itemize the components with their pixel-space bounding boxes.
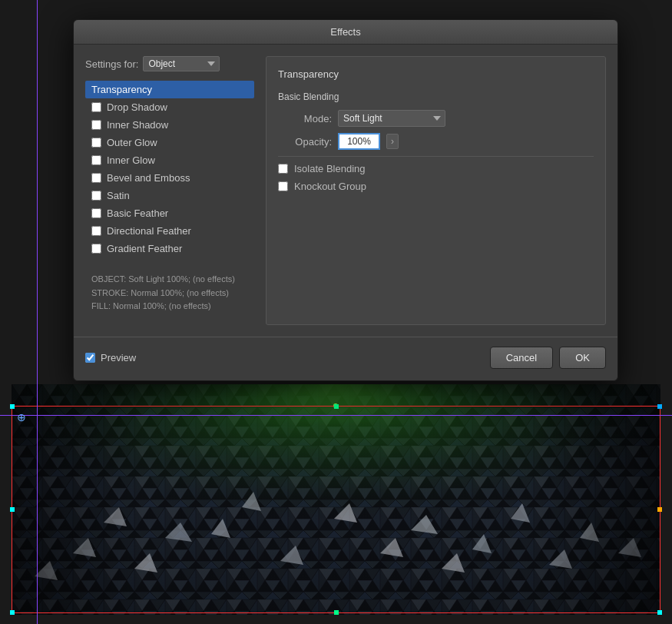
opacity-row: Opacity: › [278, 133, 594, 150]
effect-label-outer-glow: Outer Glow [107, 137, 157, 148]
effect-checkbox-basic-feather[interactable] [91, 208, 101, 218]
preview-label: Preview [101, 352, 136, 363]
status-text-block: OBJECT: Soft Light 100%; (no effects) ST… [85, 273, 254, 314]
svg-rect-31 [12, 384, 660, 615]
geometric-pattern-svg [12, 384, 660, 615]
effect-checkbox-drop-shadow[interactable] [91, 102, 101, 112]
effect-checkbox-directional-feather[interactable] [91, 226, 101, 236]
effect-item-drop-shadow[interactable]: Drop Shadow [85, 98, 254, 116]
opacity-input[interactable] [338, 133, 380, 150]
dialog-title: Effects [330, 26, 361, 38]
effect-checkbox-inner-shadow[interactable] [91, 120, 101, 130]
status-stroke-line: STROKE: Normal 100%; (no effects) [91, 287, 248, 300]
effect-item-directional-feather[interactable]: Directional Feather [85, 222, 254, 240]
mode-select[interactable]: Normal Multiply Screen Overlay Soft Ligh… [338, 110, 445, 127]
opacity-label: Opacity: [278, 136, 332, 148]
knockout-group-checkbox[interactable] [278, 181, 288, 191]
effect-item-transparency[interactable]: Transparency [85, 81, 254, 98]
panel-title: Transparency [278, 68, 594, 80]
settings-for-label: Settings for: [85, 58, 138, 70]
effect-label-bevel-emboss: Bevel and Emboss [107, 172, 190, 184]
effect-label-inner-glow: Inner Glow [107, 154, 155, 166]
effect-label-transparency: Transparency [91, 84, 152, 95]
knockout-group-row: Knockout Group [278, 181, 594, 192]
effect-list: Transparency Drop Shadow Inner Shadow Ou… [85, 81, 254, 257]
mode-label: Mode: [278, 113, 332, 124]
link-icon: ⊕ [17, 411, 32, 427]
effect-label-drop-shadow: Drop Shadow [107, 101, 167, 113]
settings-row: Settings for: Object [85, 56, 254, 71]
dialog-body: Settings for: Object Transparency Drop S… [74, 45, 617, 337]
button-group: Cancel OK [490, 347, 606, 369]
preview-checkbox[interactable] [85, 353, 95, 363]
effect-item-basic-feather[interactable]: Basic Feather [85, 204, 254, 222]
effect-checkbox-gradient-feather[interactable] [91, 244, 101, 254]
preview-row: Preview [85, 352, 136, 363]
isolate-blending-row: Isolate Blending [278, 163, 594, 174]
left-panel: Settings for: Object Transparency Drop S… [85, 56, 254, 325]
basic-blending-title: Basic Blending [278, 91, 594, 102]
effect-label-basic-feather: Basic Feather [107, 207, 168, 219]
effect-checkbox-bevel-emboss[interactable] [91, 173, 101, 183]
effect-checkbox-satin[interactable] [91, 191, 101, 201]
right-panel: Transparency Basic Blending Mode: Normal… [266, 56, 606, 325]
canvas-content [12, 384, 660, 615]
effect-item-inner-shadow[interactable]: Inner Shadow [85, 116, 254, 134]
dialog-titlebar: Effects [74, 20, 617, 45]
effect-item-bevel-emboss[interactable]: Bevel and Emboss [85, 169, 254, 187]
effect-label-gradient-feather: Gradient Feather [107, 243, 182, 254]
effects-dialog[interactable]: Effects Settings for: Object Transparenc… [73, 19, 618, 381]
opacity-arrow-button[interactable]: › [386, 134, 399, 149]
knockout-group-label: Knockout Group [294, 181, 366, 192]
effect-checkbox-inner-glow[interactable] [91, 155, 101, 165]
canvas-image [12, 384, 660, 615]
effect-label-directional-feather: Directional Feather [107, 225, 191, 237]
ok-button[interactable]: OK [559, 347, 606, 369]
effect-checkbox-outer-glow[interactable] [91, 138, 101, 148]
cancel-button[interactable]: Cancel [490, 347, 553, 369]
effect-item-inner-glow[interactable]: Inner Glow [85, 151, 254, 169]
effect-item-outer-glow[interactable]: Outer Glow [85, 134, 254, 151]
status-object-line: OBJECT: Soft Light 100%; (no effects) [91, 273, 248, 287]
isolate-blending-label: Isolate Blending [294, 163, 366, 174]
settings-for-select[interactable]: Object [143, 56, 220, 71]
effect-label-inner-shadow: Inner Shadow [107, 119, 168, 131]
mode-row: Mode: Normal Multiply Screen Overlay Sof… [278, 110, 594, 127]
dialog-footer: Preview Cancel OK [74, 337, 617, 380]
status-fill-line: FILL: Normal 100%; (no effects) [91, 300, 248, 314]
isolate-blending-checkbox[interactable] [278, 164, 288, 174]
svg-point-32 [333, 403, 338, 408]
effect-item-gradient-feather[interactable]: Gradient Feather [85, 240, 254, 257]
separator-1 [278, 156, 594, 157]
effect-item-satin[interactable]: Satin [85, 187, 254, 204]
effect-label-satin: Satin [107, 190, 130, 201]
